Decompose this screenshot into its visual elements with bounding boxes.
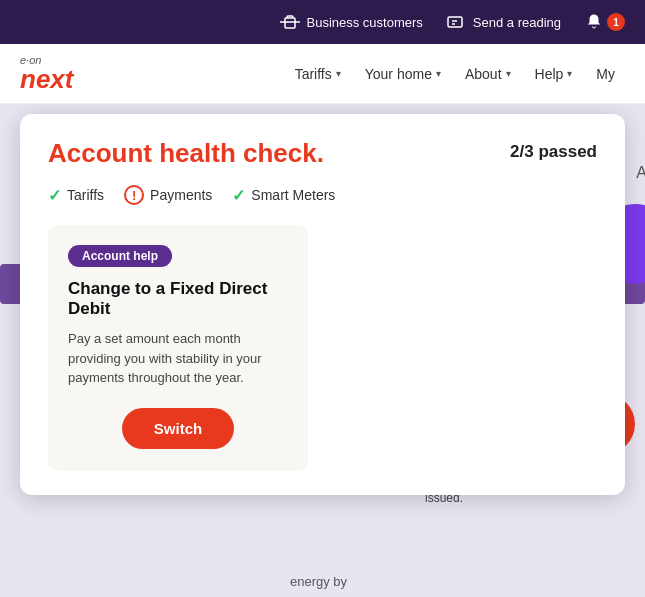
meter-icon: [447, 14, 467, 30]
chevron-down-icon: ▾: [436, 68, 441, 79]
utility-bar: Business customers Send a reading 1: [0, 0, 645, 44]
chevron-down-icon: ▾: [506, 68, 511, 79]
navbar: e·on next Tariffs ▾ Your home ▾ About ▾ …: [0, 44, 645, 104]
check-smart-meters: ✓ Smart Meters: [232, 186, 335, 205]
nav-my[interactable]: My: [586, 58, 625, 90]
notification-bell[interactable]: 1: [585, 13, 625, 31]
svg-rect-0: [285, 18, 295, 28]
check-warn-icon: !: [124, 185, 144, 205]
check-ok-icon: ✓: [232, 186, 245, 205]
modal-header: Account health check. 2/3 passed: [48, 138, 597, 169]
account-help-badge: Account help: [68, 245, 172, 267]
check-payments-label: Payments: [150, 187, 212, 203]
check-smart-meters-label: Smart Meters: [251, 187, 335, 203]
nav-help[interactable]: Help ▾: [525, 58, 583, 90]
page-background: We... 192 G... Ac t paympaymentsment iss…: [0, 104, 645, 597]
logo[interactable]: e·on next: [20, 55, 73, 92]
check-tariffs: ✓ Tariffs: [48, 186, 104, 205]
inner-recommendation-card: Account help Change to a Fixed Direct De…: [48, 225, 308, 471]
nav-your-home-label: Your home: [365, 66, 432, 82]
nav-items: Tariffs ▾ Your home ▾ About ▾ Help ▾ My: [285, 58, 625, 90]
business-customers-label: Business customers: [306, 15, 422, 30]
send-reading-link[interactable]: Send a reading: [447, 14, 561, 30]
inner-card-title: Change to a Fixed Direct Debit: [68, 279, 288, 319]
send-reading-label: Send a reading: [473, 15, 561, 30]
check-ok-icon: ✓: [48, 186, 61, 205]
nav-help-label: Help: [535, 66, 564, 82]
notification-badge: 1: [607, 13, 625, 31]
check-tariffs-label: Tariffs: [67, 187, 104, 203]
account-health-modal: Account health check. 2/3 passed ✓ Tarif…: [20, 114, 625, 495]
modal-checks-row: ✓ Tariffs ! Payments ✓ Smart Meters: [48, 185, 597, 205]
bell-icon: [585, 13, 603, 31]
inner-card-description: Pay a set amount each month providing yo…: [68, 329, 288, 388]
nav-about-label: About: [465, 66, 502, 82]
nav-my-label: My: [596, 66, 615, 82]
modal-passed-count: 2/3 passed: [510, 138, 597, 162]
briefcase-icon: [280, 14, 300, 30]
modal-overlay: Account health check. 2/3 passed ✓ Tarif…: [0, 104, 645, 597]
nav-about[interactable]: About ▾: [455, 58, 521, 90]
svg-rect-2: [448, 17, 462, 27]
nav-tariffs-label: Tariffs: [295, 66, 332, 82]
chevron-down-icon: ▾: [567, 68, 572, 79]
switch-button[interactable]: Switch: [122, 408, 234, 449]
nav-tariffs[interactable]: Tariffs ▾: [285, 58, 351, 90]
nav-your-home[interactable]: Your home ▾: [355, 58, 451, 90]
logo-next-text: next: [20, 66, 73, 92]
chevron-down-icon: ▾: [336, 68, 341, 79]
business-customers-link[interactable]: Business customers: [280, 14, 422, 30]
check-payments: ! Payments: [124, 185, 212, 205]
modal-title: Account health check.: [48, 138, 324, 169]
